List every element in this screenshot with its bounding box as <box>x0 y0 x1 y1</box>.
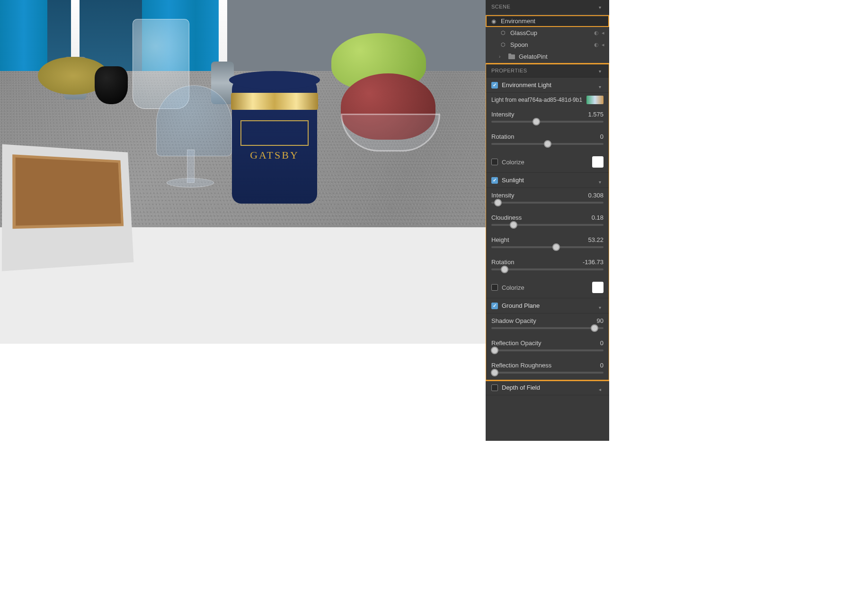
shadow-opacity-slider[interactable] <box>491 327 604 329</box>
app-root: GATSBY SCENE Environment GlassCup ◐◂ Spo… <box>0 0 609 441</box>
prop-value[interactable]: 53.22 <box>588 236 604 243</box>
reflection-opacity-slider[interactable] <box>491 349 604 351</box>
properties-panel-header[interactable]: PROPERTIES <box>486 64 609 78</box>
visibility-icon[interactable]: ◐ <box>594 42 599 48</box>
gelatopint-object[interactable]: GATSBY <box>232 80 317 204</box>
sunlight-checkbox[interactable] <box>491 177 498 184</box>
prop-value[interactable]: 0 <box>600 339 604 347</box>
env-rotation-row: Rotation 0 <box>486 129 609 152</box>
prop-label: Rotation <box>491 133 514 140</box>
reflection-opacity-row: Reflection Opacity 0 <box>486 336 609 358</box>
light-from-row[interactable]: Light from eeaf764a-ad85-481d-9b1 <box>486 93 609 107</box>
prop-label: Rotation <box>491 259 514 266</box>
folder-icon <box>508 54 515 60</box>
prop-label: Cloudiness <box>491 214 522 221</box>
chevron-down-icon <box>599 304 604 308</box>
chevron-down-icon <box>599 178 604 183</box>
scene-item-spoon[interactable]: Spoon ◐◂ <box>486 39 609 51</box>
sun-intensity-slider[interactable] <box>491 202 604 204</box>
scene-item-label: GlassCup <box>510 29 537 36</box>
chevron-left-icon <box>599 385 604 390</box>
prop-value[interactable]: 0.18 <box>592 214 604 221</box>
chevron-down-icon <box>599 68 604 73</box>
sun-colorize-row: Colorize <box>486 277 609 298</box>
visibility-icon[interactable]: ◐ <box>594 30 599 36</box>
product-label: GATSBY <box>232 149 317 161</box>
chevron-down-icon <box>599 4 604 9</box>
glasscup-object[interactable] <box>156 85 232 156</box>
sun-intensity-row: Intensity 0.308 <box>486 188 609 210</box>
sun-height-slider[interactable] <box>491 246 604 248</box>
scene-item-environment[interactable]: Environment <box>486 15 609 27</box>
depth-of-field-checkbox[interactable] <box>491 384 498 391</box>
prop-label: Height <box>491 236 509 243</box>
env-colorize-checkbox[interactable] <box>491 159 498 165</box>
prop-label: Reflection Roughness <box>491 362 551 369</box>
prop-value[interactable]: 0 <box>600 362 604 369</box>
depth-of-field-header[interactable]: Depth of Field <box>486 380 609 395</box>
environment-light-checkbox[interactable] <box>491 82 498 89</box>
ground-plane-header[interactable]: Ground Plane <box>486 298 609 313</box>
cube-icon <box>500 30 506 36</box>
scene-item-label: Spoon <box>510 41 528 48</box>
scene-panel-header[interactable]: SCENE <box>486 0 609 14</box>
section-title: Depth of Field <box>502 384 540 391</box>
environment-thumbnail[interactable] <box>586 96 604 104</box>
prop-value[interactable]: 1.575 <box>588 111 604 118</box>
collapse-icon[interactable]: ◂ <box>602 30 604 36</box>
chevron-down-icon <box>599 83 604 88</box>
section-title: Ground Plane <box>502 302 540 309</box>
chevron-right-icon[interactable]: › <box>499 54 505 59</box>
prop-value[interactable]: 0.308 <box>588 192 604 199</box>
section-title: Sunlight <box>502 177 524 184</box>
sunlight-header[interactable]: Sunlight <box>486 173 609 188</box>
globe-icon <box>490 18 497 25</box>
sidebar: SCENE Environment GlassCup ◐◂ Spoon ◐◂ ›… <box>486 0 609 441</box>
sun-height-row: Height 53.22 <box>486 232 609 255</box>
ground-plane-checkbox[interactable] <box>491 303 498 309</box>
cube-icon <box>500 42 506 48</box>
scene-item-gelatopint[interactable]: › GelatoPint <box>486 51 609 62</box>
light-source-label: Light from eeaf764a-ad85-481d-9b1 <box>491 97 583 103</box>
properties-highlighted-area: PROPERTIES Environment Light Light from … <box>486 64 609 380</box>
sun-rotation-slider[interactable] <box>491 268 604 270</box>
sun-colorize-checkbox[interactable] <box>491 284 498 291</box>
prop-label: Reflection Opacity <box>491 339 541 347</box>
prop-label: Intensity <box>491 111 514 118</box>
scene-list: Environment GlassCup ◐◂ Spoon ◐◂ › Gelat… <box>486 14 609 64</box>
sun-rotation-row: Rotation -136.73 <box>486 255 609 277</box>
prop-value[interactable]: 90 <box>597 317 604 324</box>
collapse-icon[interactable]: ◂ <box>602 42 604 48</box>
sun-colorize-swatch[interactable] <box>592 282 604 293</box>
rendered-scene: GATSBY <box>0 0 486 344</box>
sun-cloudiness-slider[interactable] <box>491 224 604 226</box>
prop-label: Colorize <box>502 159 524 166</box>
env-intensity-slider[interactable] <box>491 121 604 123</box>
viewport[interactable]: GATSBY <box>0 0 486 441</box>
prop-label: Intensity <box>491 192 514 199</box>
scene-item-label: GelatoPint <box>519 53 548 60</box>
env-rotation-slider[interactable] <box>491 143 604 145</box>
sun-cloudiness-row: Cloudiness 0.18 <box>486 210 609 232</box>
scene-item-glasscup[interactable]: GlassCup ◐◂ <box>486 27 609 39</box>
scene-item-label: Environment <box>501 18 535 25</box>
reflection-roughness-slider[interactable] <box>491 372 604 374</box>
env-colorize-row: Colorize <box>486 152 609 173</box>
prop-value[interactable]: -136.73 <box>583 259 604 266</box>
env-colorize-swatch[interactable] <box>592 156 604 168</box>
properties-panel-label: PROPERTIES <box>491 68 527 73</box>
env-intensity-row: Intensity 1.575 <box>486 107 609 129</box>
section-title: Environment Light <box>502 81 551 89</box>
shadow-opacity-row: Shadow Opacity 90 <box>486 313 609 336</box>
prop-value[interactable]: 0 <box>600 133 604 140</box>
reflection-roughness-row: Reflection Roughness 0 <box>486 358 609 380</box>
scene-panel-label: SCENE <box>491 4 510 9</box>
prop-label: Shadow Opacity <box>491 317 536 324</box>
prop-label: Colorize <box>502 284 524 291</box>
environment-light-header[interactable]: Environment Light <box>486 78 609 93</box>
